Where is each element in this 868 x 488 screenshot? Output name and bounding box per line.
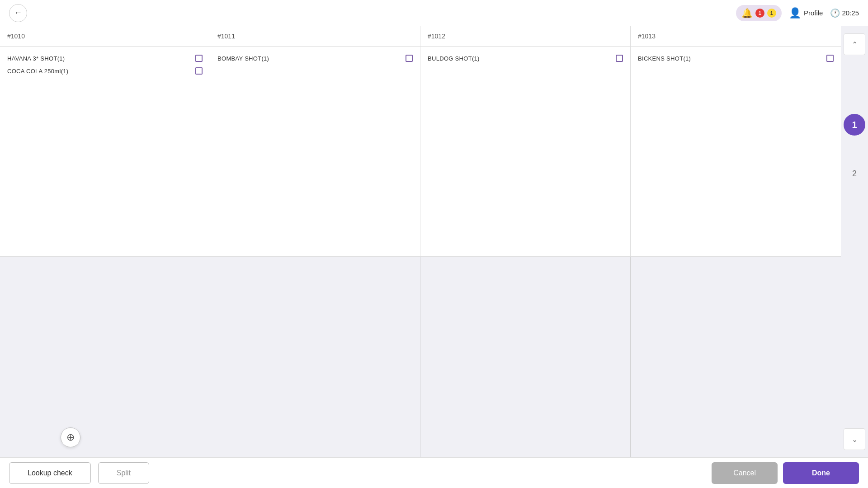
add-button[interactable]: ⊕: [61, 427, 80, 447]
orders-grid: #1010 HAVANA 3* SHOT(1) COCA COLA 250ml(…: [0, 26, 841, 257]
cancel-button[interactable]: Cancel: [712, 462, 778, 484]
clock-display: 🕐 20:25: [830, 8, 859, 18]
clock-icon: 🕐: [830, 8, 840, 18]
item-name: COCA COLA 250ml(1): [7, 68, 68, 75]
lower-column-1: [0, 257, 210, 457]
lower-column-2: [210, 257, 420, 457]
notification-badge-yellow: 1: [767, 9, 776, 18]
item-checkbox[interactable]: [406, 55, 413, 62]
item-name: BOMBAY SHOT(1): [217, 55, 269, 62]
header-right: 🔔 1 1 👤 Profile 🕐 20:25: [736, 5, 859, 21]
order-item: BULDOG SHOT(1): [428, 52, 623, 65]
item-name: BULDOG SHOT(1): [428, 55, 480, 62]
notification-badge-red: 1: [755, 9, 764, 18]
header-left: ←: [9, 4, 27, 22]
order-item: BICKENS SHOT(1): [638, 52, 834, 65]
bell-icon: 🔔: [741, 8, 753, 19]
profile-icon: 👤: [789, 7, 801, 19]
order-items-1011: BOMBAY SHOT(1): [210, 47, 420, 256]
item-checkbox[interactable]: [195, 67, 203, 75]
done-button[interactable]: Done: [783, 462, 859, 484]
order-items-1013: BICKENS SHOT(1): [631, 47, 841, 256]
order-header-1013: #1013: [631, 26, 841, 47]
item-name: BICKENS SHOT(1): [638, 55, 691, 62]
order-items-1012: BULDOG SHOT(1): [420, 47, 630, 256]
order-column-1013: #1013 BICKENS SHOT(1): [631, 26, 841, 256]
order-item: HAVANA 3* SHOT(1): [7, 52, 203, 65]
scroll-up-button[interactable]: ⌃: [844, 33, 865, 55]
chevron-up-icon: ⌃: [852, 40, 858, 49]
order-items-1010: HAVANA 3* SHOT(1) COCA COLA 250ml(1): [0, 47, 210, 256]
back-button[interactable]: ←: [9, 4, 27, 22]
header: ← 🔔 1 1 👤 Profile 🕐 20:25: [0, 0, 868, 26]
item-name: HAVANA 3* SHOT(1): [7, 55, 65, 62]
chevron-down-icon: ⌄: [852, 435, 858, 444]
profile-link[interactable]: 👤 Profile: [789, 7, 823, 19]
profile-label: Profile: [804, 9, 823, 17]
sidebar: ⌃ 1 2 ⌄: [841, 26, 868, 457]
order-item: COCA COLA 250ml(1): [7, 65, 203, 77]
order-column-1010: #1010 HAVANA 3* SHOT(1) COCA COLA 250ml(…: [0, 26, 210, 256]
lower-column-3: [420, 257, 631, 457]
split-button[interactable]: Split: [98, 462, 149, 484]
order-column-1011: #1011 BOMBAY SHOT(1): [210, 26, 420, 256]
footer-actions: Cancel Done: [712, 462, 859, 484]
order-header-1011: #1011: [210, 26, 420, 47]
scroll-down-button[interactable]: ⌄: [844, 428, 865, 450]
lower-column-4: [631, 257, 841, 457]
page-indicator-next[interactable]: 2: [844, 163, 865, 184]
item-checkbox[interactable]: [616, 55, 623, 62]
lower-grid: [0, 257, 841, 457]
lookup-check-button[interactable]: Lookup check: [9, 462, 91, 484]
order-header-1012: #1012: [420, 26, 630, 47]
order-header-1010: #1010: [0, 26, 210, 47]
plus-icon: ⊕: [66, 432, 75, 443]
time-display: 20:25: [842, 9, 859, 17]
page-indicator-current[interactable]: 1: [844, 114, 865, 136]
item-checkbox[interactable]: [195, 55, 203, 62]
item-checkbox[interactable]: [826, 55, 834, 62]
notification-button[interactable]: 🔔 1 1: [736, 5, 782, 21]
order-item: BOMBAY SHOT(1): [217, 52, 413, 65]
order-column-1012: #1012 BULDOG SHOT(1): [420, 26, 631, 256]
footer: Lookup check Split Cancel Done: [0, 457, 868, 488]
add-button-area: ⊕: [61, 427, 80, 447]
